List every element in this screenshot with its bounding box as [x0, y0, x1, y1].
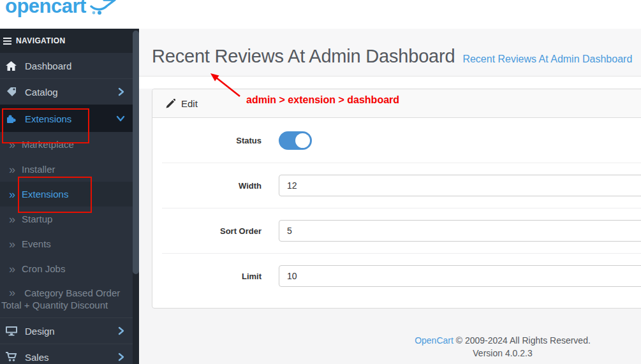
pencil-icon [166, 99, 175, 108]
form-row-sort-order: Sort Order [162, 208, 641, 254]
form-row-width: Width [162, 163, 641, 208]
sidebar: NAVIGATION Dashboard Catalog Extensions … [0, 29, 139, 364]
main-content: Recent Reviews At Admin Dashboard Recent… [139, 29, 641, 364]
sidebar-subitem-label: Installer [22, 164, 55, 175]
sidebar-subitem-extensions[interactable]: » Extensions [0, 182, 133, 207]
double-chevron-icon: » [9, 286, 15, 299]
logo-cart-icon [90, 0, 117, 18]
sort-order-input[interactable] [279, 220, 641, 242]
opencart-logo[interactable]: opencart [5, 0, 117, 18]
sort-order-label: Sort Order [162, 226, 262, 236]
sidebar-scrollbar-track[interactable] [133, 29, 139, 364]
page-header: Recent Reviews At Admin Dashboard Recent… [139, 29, 641, 76]
form-row-status: Status [162, 118, 641, 163]
sidebar-item-extensions[interactable]: Extensions [0, 105, 133, 132]
sidebar-subitem-startup[interactable]: » Startup [0, 207, 133, 231]
sidebar-item-label: Catalog [25, 87, 58, 98]
double-chevron-icon: » [9, 139, 15, 150]
hamburger-icon[interactable] [3, 38, 11, 45]
sidebar-subitem-label: Extensions [22, 189, 68, 200]
form-row-limit: Limit [162, 254, 641, 298]
chevron-right-icon [117, 353, 125, 361]
edit-panel: Edit Status Width [152, 89, 641, 309]
double-chevron-icon: » [9, 214, 15, 225]
sidebar-subitem-cron-jobs[interactable]: » Cron Jobs [0, 256, 133, 281]
double-chevron-icon: » [9, 238, 15, 250]
sidebar-item-label: Design [25, 326, 55, 337]
sidebar-navigation-header: NAVIGATION [0, 29, 133, 53]
panel-body: Status Width Sort Order [152, 118, 641, 308]
sidebar-subitem-label: Startup [22, 214, 52, 224]
panel-header-label: Edit [181, 98, 198, 109]
monitor-icon [5, 326, 17, 336]
double-chevron-icon: » [9, 189, 15, 200]
sidebar-scrollbar-thumb[interactable] [133, 31, 139, 274]
chevron-right-icon [117, 87, 125, 96]
page-title: Recent Reviews At Admin Dashboard [152, 46, 455, 67]
puzzle-icon [5, 113, 17, 124]
width-input[interactable] [279, 175, 641, 196]
limit-input[interactable] [279, 265, 641, 287]
width-label: Width [162, 181, 262, 191]
sidebar-subitem-category-based-order[interactable]: » Category Based Order Total + Quantity … [0, 281, 125, 317]
copyright-line: OpenCart © 2009-2024 All Rights Reserved… [139, 335, 641, 346]
sidebar-item-design[interactable]: Design [0, 317, 133, 344]
sidebar-item-label: Extensions [25, 113, 71, 124]
status-toggle[interactable] [279, 131, 312, 150]
sidebar-item-label: Dashboard [25, 61, 71, 71]
chevron-right-icon [117, 326, 125, 335]
breadcrumb[interactable]: Recent Reviews At Admin Dashboard [462, 54, 632, 65]
sidebar-subitem-installer[interactable]: » Installer [0, 157, 133, 182]
chevron-down-icon [116, 115, 125, 122]
sidebar-item-catalog[interactable]: Catalog [0, 78, 133, 105]
toggle-knob [295, 133, 310, 148]
annotation-path-note: admin > extension > dashboard [246, 94, 399, 106]
copyright-text: © 2009-2024 All Rights Reserved. [456, 335, 591, 346]
content-area: Edit Status Width [139, 89, 641, 364]
double-chevron-icon: » [9, 263, 15, 275]
sidebar-subitem-label: Marketplace [22, 139, 74, 150]
sidebar-subitem-label: Cron Jobs [22, 263, 65, 274]
limit-label: Limit [162, 272, 262, 281]
version-text: Version 4.0.2.3 [139, 348, 641, 358]
footer: OpenCart © 2009-2024 All Rights Reserved… [139, 335, 641, 358]
status-label: Status [162, 136, 262, 145]
logo-text: opencart [5, 0, 86, 18]
sidebar-subitem-label: Events [22, 238, 51, 249]
sidebar-subitem-events[interactable]: » Events [0, 231, 133, 256]
sidebar-subitem-marketplace[interactable]: » Marketplace [0, 132, 133, 157]
double-chevron-icon: » [9, 164, 15, 175]
tag-icon [5, 87, 17, 97]
cart-icon [5, 352, 17, 362]
sidebar-subitem-label: Category Based Order Total + Quantity Di… [1, 288, 120, 310]
navigation-label: NAVIGATION [16, 36, 66, 45]
sidebar-item-label: Sales [25, 352, 49, 363]
top-bar: opencart [0, 0, 641, 29]
opencart-footer-link[interactable]: OpenCart [415, 335, 453, 346]
sidebar-item-sales[interactable]: Sales [0, 344, 133, 364]
sidebar-item-dashboard[interactable]: Dashboard [0, 53, 133, 78]
home-icon [5, 61, 17, 71]
